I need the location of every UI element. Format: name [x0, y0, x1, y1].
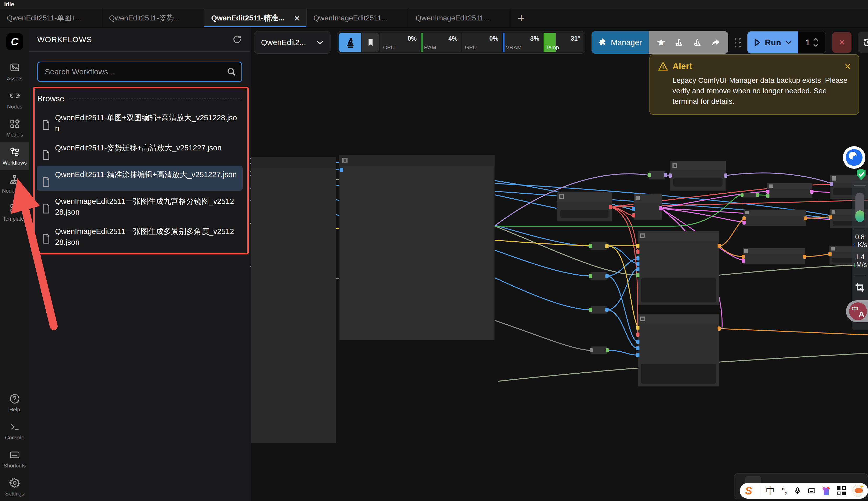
models-icon — [9, 118, 20, 130]
ime-assistant-mascot[interactable]: ✦ — [853, 485, 863, 497]
new-tab-button[interactable]: + — [511, 9, 531, 27]
chevron-down-icon[interactable] — [785, 40, 792, 44]
cancel-run-button[interactable]: × — [832, 32, 851, 53]
workflow-list-item[interactable]: QwenImageEdit2511一张图生成多景别多角度_v251228.jso… — [37, 223, 243, 251]
alert-message: Legacy ComfyUI-Manager data backup exist… — [673, 75, 851, 106]
window-status: Idle — [4, 1, 14, 8]
toolbar-drag-handle[interactable] — [734, 38, 741, 47]
notification-dot — [827, 484, 832, 489]
history-button[interactable] — [858, 32, 868, 53]
workflow-list: QwenEdit2511-单图+双图编辑+高清放大_v251228.json Q… — [29, 109, 250, 251]
run-button[interactable]: Run — [748, 31, 798, 54]
alert-title: Alert — [673, 61, 692, 71]
ime-toolbar: S 中 °, ✦ — [740, 483, 868, 499]
sidebar-item-templates[interactable]: Templates — [0, 198, 29, 226]
ime-punctuation-toggle[interactable]: °, — [782, 486, 787, 495]
gpu-meter: 0%GPU — [462, 33, 501, 52]
ime-apps-icon[interactable] — [837, 486, 846, 495]
vacuum-icon[interactable] — [674, 38, 684, 47]
crop-icon — [854, 282, 866, 293]
workflow-list-item[interactable]: QwenEdit2511-姿势迁移+高清放大_v251227.json — [37, 139, 243, 164]
microphone-icon[interactable] — [794, 486, 801, 495]
sidebar-item-nodesmap[interactable]: NodesMap — [0, 170, 29, 198]
bookmark-button[interactable] — [362, 33, 379, 52]
help-icon — [9, 393, 20, 405]
browse-section-label: Browse — [37, 94, 64, 104]
sidebar-item-console[interactable]: Console — [0, 417, 29, 445]
workflow-selector[interactable]: QwenEdit2... — [254, 31, 330, 54]
caret-down-icon — [813, 44, 818, 47]
browser-logo-badge[interactable] — [843, 146, 865, 169]
alert-close-icon[interactable]: × — [845, 61, 851, 72]
caret-up-icon — [813, 38, 818, 41]
workflow-list-item[interactable]: QwenImageEdit2511一张图生成九宫格分镜图_v251228.jso… — [37, 192, 243, 221]
file-icon — [41, 120, 50, 130]
graph-group-right[interactable] — [339, 155, 495, 340]
panel-title: WORKFLOWS — [37, 35, 92, 44]
warning-icon — [658, 62, 668, 71]
tab-workflow-2[interactable]: QwenEdit2511-姿势... — [102, 9, 204, 27]
ime-language-toggle[interactable]: 中 — [766, 485, 775, 497]
tab-workflow-5[interactable]: QwenImageEdit2511... — [409, 9, 511, 27]
vacuum-icon[interactable] — [693, 38, 702, 47]
canvas-toolbar: QwenEdit2... 0%CPU 4%RAM 0%GPU — [254, 31, 868, 54]
sidebar-item-nodes[interactable]: Nodes — [0, 86, 29, 114]
alert-toast: Alert × Legacy ComfyUI-Manager data back… — [649, 54, 859, 115]
system-monitor: 0%CPU 4%RAM 0%GPU 3%VRAM 31°Temp — [337, 31, 585, 54]
tab-close-icon[interactable]: × — [290, 13, 299, 23]
share-arrow-icon[interactable] — [711, 38, 720, 47]
comfy-theme-button[interactable] — [339, 33, 361, 52]
assets-icon — [9, 62, 20, 74]
vram-meter: 3%VRAM — [503, 33, 542, 52]
queue-count-stepper[interactable]: 1 — [798, 31, 826, 54]
run-group: Run 1 — [747, 31, 826, 54]
slider-widget[interactable] — [855, 193, 864, 222]
sidebar-item-shortcuts[interactable]: Shortcuts — [0, 445, 29, 473]
file-icon — [41, 150, 50, 160]
tab-workflow-4[interactable]: QwenImageEdit2511... — [307, 9, 409, 27]
window-titlebar: Idle — [0, 0, 868, 9]
temp-meter: 31°Temp — [543, 33, 583, 52]
shortcuts-icon — [9, 449, 20, 461]
search-input[interactable] — [37, 62, 242, 82]
node-graph-canvas[interactable]: QwenEdit2... 0%CPU 4%RAM 0%GPU — [250, 28, 868, 501]
ram-meter: 4%RAM — [421, 33, 461, 52]
file-icon — [41, 234, 50, 244]
tab-workflow-1[interactable]: QwenEdit2511-单图+... — [0, 9, 102, 27]
history-icon — [862, 38, 868, 47]
file-icon — [41, 177, 50, 187]
screenshot-button[interactable] — [854, 282, 866, 294]
workflows-panel: WORKFLOWS Browse QwenEdit2511-单图+双图编辑+高清… — [29, 28, 250, 501]
tab-workflow-3-active[interactable]: QwenEdit2511-精准... × — [204, 9, 307, 27]
tab-bar: QwenEdit2511-单图+... QwenEdit2511-姿势... Q… — [0, 9, 868, 28]
sidebar-item-models[interactable]: Models — [0, 114, 29, 142]
upload-speed: 0.8 ↑ K/s — [853, 233, 867, 249]
sogou-logo[interactable]: S — [745, 485, 752, 497]
up-arrow-icon: ↑ — [853, 241, 856, 249]
file-icon — [41, 203, 50, 214]
graph-group-left[interactable] — [251, 157, 336, 443]
comfyui-logo: C — [6, 33, 23, 50]
download-speed: 1.4 ↓M/s — [853, 253, 867, 269]
workflow-list-item[interactable]: QwenEdit2511-单图+双图编辑+高清放大_v251228.json — [37, 109, 243, 137]
manager-group: Manager ★ — [592, 31, 728, 54]
ime-skin-icon[interactable] — [822, 487, 830, 495]
down-arrow-icon: ↓ — [853, 261, 856, 269]
play-icon — [754, 39, 761, 46]
section-divider — [69, 98, 242, 99]
refresh-button[interactable] — [232, 34, 242, 45]
sidebar-item-settings[interactable]: Settings — [0, 473, 29, 501]
security-shield-icon[interactable] — [856, 168, 866, 182]
star-icon[interactable]: ★ — [656, 37, 665, 48]
puzzle-icon — [598, 38, 607, 47]
translate-badge[interactable]: 中A — [846, 300, 868, 322]
workflows-icon — [9, 146, 20, 158]
translate-icon: 中A — [849, 302, 867, 320]
chevron-down-icon — [317, 40, 324, 44]
manager-button[interactable]: Manager — [592, 31, 649, 54]
sidebar-item-assets[interactable]: Assets — [0, 58, 29, 86]
sidebar-item-help[interactable]: Help — [0, 389, 29, 417]
workflow-list-item-selected[interactable]: QwenEdit2511-精准涂抹编辑+高清放大_v251227.json — [37, 166, 243, 191]
keyboard-icon[interactable] — [808, 486, 815, 495]
sidebar-item-workflows[interactable]: Workflows — [0, 142, 29, 170]
